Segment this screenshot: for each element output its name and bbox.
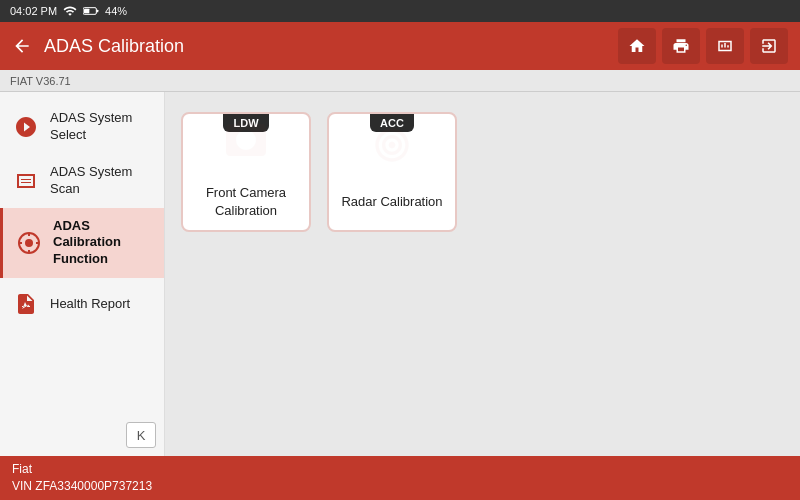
version-bar: FIAT V36.71 xyxy=(0,70,800,92)
adas-system-select-icon xyxy=(12,113,40,141)
header: ADAS Calibration xyxy=(0,22,800,70)
footer-line2: VIN ZFA3340000P737213 xyxy=(12,478,152,495)
battery-percent: 44% xyxy=(105,5,127,17)
home-icon xyxy=(628,37,646,55)
header-title: ADAS Calibration xyxy=(44,36,606,57)
front-camera-card[interactable]: LDW Front Camera Calibration xyxy=(181,112,311,232)
health-report-icon xyxy=(12,290,40,318)
collapse-label: K xyxy=(137,428,146,443)
sidebar: ADAS System Select ADAS System Scan xyxy=(0,92,165,456)
main-layout: ADAS System Select ADAS System Scan xyxy=(0,92,800,456)
battery-icon xyxy=(83,6,99,16)
wifi-icon xyxy=(63,4,77,18)
sidebar-item-adas-system-scan[interactable]: ADAS System Scan xyxy=(0,154,164,208)
adas-button[interactable] xyxy=(706,28,744,64)
exit-button[interactable] xyxy=(750,28,788,64)
home-button[interactable] xyxy=(618,28,656,64)
footer-content: Fiat VIN ZFA3340000P737213 xyxy=(12,461,152,495)
radar-calibration-card[interactable]: ACC Radar Calibration xyxy=(327,112,457,232)
sidebar-label-health-report: Health Report xyxy=(50,296,130,313)
status-bar: 04:02 PM 44% xyxy=(0,0,800,22)
sidebar-label-adas-system-select: ADAS System Select xyxy=(50,110,152,144)
back-button[interactable] xyxy=(12,36,32,56)
print-button[interactable] xyxy=(662,28,700,64)
svg-point-4 xyxy=(25,239,33,247)
footer-bar: Fiat VIN ZFA3340000P737213 xyxy=(0,456,800,500)
adas-calibration-icon xyxy=(15,229,43,257)
camera-icon-bg xyxy=(221,116,271,160)
footer-line1: Fiat xyxy=(12,461,152,478)
version-text: FIAT V36.71 xyxy=(10,75,71,87)
sidebar-item-adas-calibration-function[interactable]: ADAS Calibration Function xyxy=(0,208,164,279)
collapse-button[interactable]: K xyxy=(126,422,156,448)
content-area: LDW Front Camera Calibration ACC Radar C… xyxy=(165,92,800,456)
sidebar-label-adas-system-scan: ADAS System Scan xyxy=(50,164,152,198)
time-display: 04:02 PM xyxy=(10,5,57,17)
status-bar-left: 04:02 PM 44% xyxy=(10,4,127,18)
front-camera-label: Front Camera Calibration xyxy=(183,184,309,220)
radar-icon-bg xyxy=(367,125,417,169)
radar-calibration-label: Radar Calibration xyxy=(333,193,450,211)
exit-icon xyxy=(760,37,778,55)
svg-rect-2 xyxy=(84,9,89,14)
sidebar-label-adas-calibration-function: ADAS Calibration Function xyxy=(53,218,152,269)
print-icon xyxy=(672,37,690,55)
sidebar-item-health-report[interactable]: Health Report xyxy=(0,278,164,330)
adas-system-scan-icon xyxy=(12,167,40,195)
sidebar-item-adas-system-select[interactable]: ADAS System Select xyxy=(0,100,164,154)
adas-icon xyxy=(716,37,734,55)
header-icons xyxy=(618,28,788,64)
svg-rect-1 xyxy=(96,10,98,13)
